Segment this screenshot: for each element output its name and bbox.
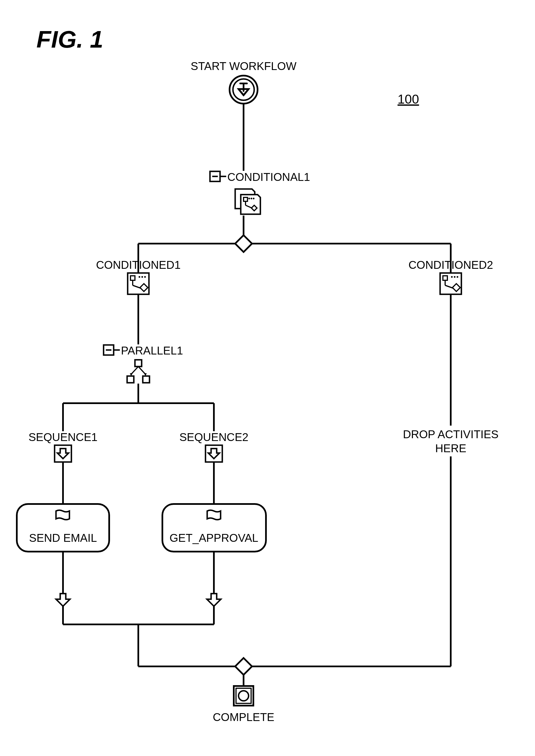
complete-icon xyxy=(234,686,253,706)
svg-point-26 xyxy=(451,276,453,278)
parallel1-icon xyxy=(127,360,150,383)
svg-point-28 xyxy=(457,276,458,278)
parallel1-node[interactable]: PARALLEL1 xyxy=(103,345,183,357)
complete-label: COMPLETE xyxy=(213,711,274,723)
svg-rect-37 xyxy=(135,360,142,367)
sequence2-icon[interactable] xyxy=(206,445,222,462)
conditioned1-label: CONDITIONED1 xyxy=(96,259,181,271)
svg-point-27 xyxy=(454,276,456,278)
conditional1-icon xyxy=(235,189,260,214)
svg-point-21 xyxy=(144,276,146,278)
conditioned2-icon[interactable] xyxy=(440,273,461,294)
drop-arrow-icon xyxy=(207,594,221,606)
start-icon xyxy=(230,76,258,103)
conditioned2-label: CONDITIONED2 xyxy=(408,259,493,271)
merge-diamond xyxy=(235,658,252,675)
svg-point-19 xyxy=(139,276,140,278)
svg-line-38 xyxy=(131,367,138,374)
send-email-label: SEND EMAIL xyxy=(29,532,97,544)
parallel1-label: PARALLEL1 xyxy=(121,345,183,357)
decision-diamond-1 xyxy=(235,235,252,252)
conditioned1-icon[interactable] xyxy=(128,273,149,294)
workflow-diagram: FIG. 1 100 START WORKFLOW CONDITIONAL1 xyxy=(0,0,535,756)
svg-point-7 xyxy=(248,198,250,199)
svg-point-20 xyxy=(141,276,143,278)
reference-number: 100 xyxy=(398,92,419,106)
svg-line-39 xyxy=(138,367,146,374)
svg-point-9 xyxy=(253,198,254,199)
drop-activities-label-line1b: DROP ACTIVITIES xyxy=(403,428,499,440)
svg-point-8 xyxy=(251,198,252,199)
send-email-activity[interactable]: SEND EMAIL xyxy=(17,504,109,551)
get-approval-activity[interactable]: GET_APPROVAL xyxy=(162,504,266,551)
get-approval-label: GET_APPROVAL xyxy=(169,532,258,544)
sequence2-label: SEQUENCE2 xyxy=(180,431,249,443)
drop-activities-label-line2b: HERE xyxy=(435,442,466,455)
sequence1-icon[interactable] xyxy=(55,445,71,462)
drop-arrow-icon xyxy=(56,594,70,606)
figure-label: FIG. 1 xyxy=(36,26,103,53)
sequence1-label: SEQUENCE1 xyxy=(29,431,98,443)
start-label: START WORKFLOW xyxy=(191,60,296,72)
conditional1-label: CONDITIONAL1 xyxy=(227,171,310,183)
svg-rect-43 xyxy=(143,376,150,383)
svg-rect-42 xyxy=(127,376,134,383)
conditional1-node[interactable]: CONDITIONAL1 xyxy=(210,171,310,183)
